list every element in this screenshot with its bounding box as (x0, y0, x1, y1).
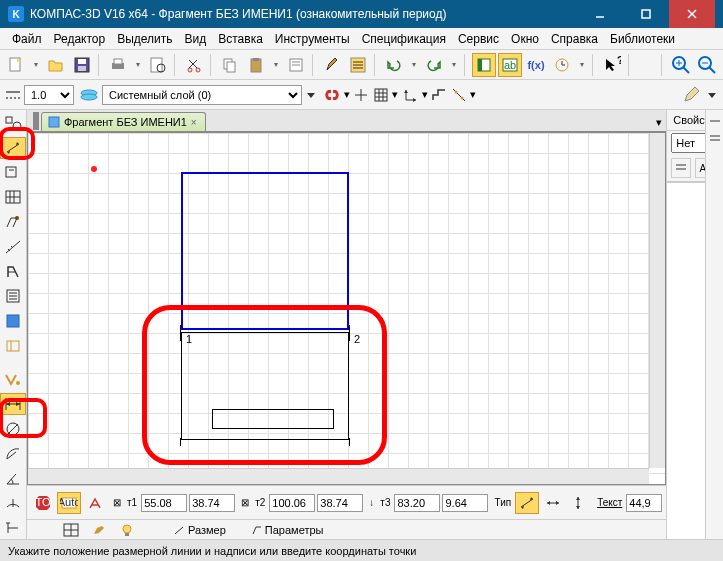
autodim-tool[interactable] (0, 369, 26, 391)
menu-view[interactable]: Вид (179, 30, 213, 48)
menu-tools[interactable]: Инструменты (269, 30, 356, 48)
step-button[interactable] (430, 86, 448, 104)
bt-tab-params[interactable]: Параметры (244, 522, 330, 538)
zoom-out-button[interactable] (695, 53, 719, 77)
menu-service[interactable]: Сервис (452, 30, 505, 48)
t1x-input[interactable] (141, 494, 187, 512)
text-input[interactable] (626, 494, 662, 512)
doc-tab[interactable]: Фрагмент БЕЗ ИМЕНИ1 × (41, 112, 206, 131)
copy-button[interactable] (218, 53, 242, 77)
edit-icon[interactable] (681, 85, 703, 105)
brush-button[interactable] (320, 53, 344, 77)
thickness-select[interactable]: 1.0 (24, 85, 74, 105)
dim-tool[interactable] (0, 137, 26, 159)
menu-spec[interactable]: Спецификация (356, 30, 452, 48)
hscrollbar[interactable] (28, 468, 649, 484)
print-dropdown[interactable]: ▾ (132, 60, 144, 69)
vscrollbar[interactable] (649, 133, 665, 468)
manager-button[interactable] (472, 53, 496, 77)
geom-tool[interactable] (0, 112, 26, 134)
bt-brush-button[interactable] (91, 523, 107, 537)
spec-tool[interactable] (0, 285, 26, 307)
layer-icon[interactable] (78, 86, 100, 104)
t2y-input[interactable] (317, 494, 363, 512)
menu-file[interactable]: Файл (6, 30, 48, 48)
text-label[interactable]: Текст (595, 497, 624, 508)
zoom-in-button[interactable] (669, 53, 693, 77)
print-button[interactable] (106, 53, 130, 77)
heightdim-tool[interactable] (0, 517, 26, 539)
tab-menu-icon[interactable]: ▾ (652, 114, 666, 131)
lineardim-tool[interactable] (0, 393, 26, 415)
dimtype2-button[interactable] (541, 492, 565, 514)
bt-lamp-button[interactable] (119, 523, 135, 537)
bt-tab-dim[interactable]: Размер (167, 522, 232, 538)
properties-button[interactable] (284, 53, 308, 77)
menu-select[interactable]: Выделить (111, 30, 178, 48)
insert-tool[interactable] (0, 335, 26, 357)
menu-window[interactable]: Окно (505, 30, 545, 48)
round-dropdown[interactable]: ▾ (470, 88, 476, 101)
rbar-icon2[interactable] (708, 132, 722, 146)
stop-button[interactable]: STOP (31, 492, 55, 514)
menu-insert[interactable]: Вставка (212, 30, 269, 48)
undo-button[interactable] (382, 53, 406, 77)
undo-dropdown[interactable]: ▾ (408, 60, 420, 69)
raddim-tool[interactable] (0, 443, 26, 465)
new-dropdown[interactable]: ▾ (30, 60, 42, 69)
paste-dropdown[interactable]: ▾ (270, 60, 282, 69)
t3y-input[interactable] (442, 494, 488, 512)
dimtype3-button[interactable] (567, 492, 591, 514)
param-tool[interactable] (0, 261, 26, 283)
tab-handle[interactable] (33, 112, 39, 130)
cut-button[interactable] (182, 53, 206, 77)
snap-button[interactable] (322, 86, 342, 104)
layer-dd[interactable] (304, 87, 318, 103)
measure-tool[interactable] (0, 236, 26, 258)
coords-tool[interactable] (0, 186, 26, 208)
grid-button[interactable] (372, 86, 390, 104)
param-mode-button[interactable] (83, 492, 107, 514)
time-button[interactable] (550, 53, 574, 77)
auto-button[interactable]: Auto (57, 492, 81, 514)
rbar-icon1[interactable] (708, 114, 722, 128)
bt-grid-button[interactable] (63, 523, 79, 537)
redo-dropdown[interactable]: ▾ (448, 60, 460, 69)
dimtype1-button[interactable] (515, 492, 539, 514)
t2x-input[interactable] (269, 494, 315, 512)
grid-dropdown[interactable]: ▾ (392, 88, 398, 101)
canvas[interactable]: 1 2 (27, 132, 666, 485)
menu-libs[interactable]: Библиотеки (604, 30, 681, 48)
ortho-button[interactable] (352, 86, 370, 104)
menu-edit[interactable]: Редактор (48, 30, 112, 48)
angdim-tool[interactable] (0, 468, 26, 490)
local-cs-dropdown[interactable]: ▾ (422, 88, 428, 101)
save-button[interactable] (70, 53, 94, 77)
fx-button[interactable]: f(x) (524, 53, 548, 77)
preview-button[interactable] (146, 53, 170, 77)
maximize-button[interactable] (623, 0, 669, 28)
edit-arrow[interactable] (705, 85, 719, 105)
minimize-button[interactable] (577, 0, 623, 28)
annotation-tool[interactable] (0, 162, 26, 184)
t3x-input[interactable] (394, 494, 440, 512)
local-cs-button[interactable] (402, 86, 420, 104)
doc-tab-close[interactable]: × (191, 117, 197, 128)
arcdim-tool[interactable] (0, 492, 26, 514)
time-dropdown[interactable]: ▾ (576, 60, 588, 69)
t1y-input[interactable] (189, 494, 235, 512)
edit-tool[interactable] (0, 211, 26, 233)
diamdim-tool[interactable] (0, 418, 26, 440)
props-cat-button[interactable] (671, 158, 691, 178)
help-cursor-button[interactable]: ? (600, 53, 624, 77)
round-button[interactable] (450, 86, 468, 104)
snap-dropdown[interactable]: ▾ (344, 88, 350, 101)
paste-button[interactable] (244, 53, 268, 77)
close-button[interactable] (669, 0, 715, 28)
vars-button[interactable]: ab (498, 53, 522, 77)
open-button[interactable] (44, 53, 68, 77)
list-button[interactable] (346, 53, 370, 77)
linestyle-icon[interactable] (4, 86, 22, 104)
layer-select[interactable]: Системный слой (0) (102, 85, 302, 105)
report-tool[interactable] (0, 310, 26, 332)
